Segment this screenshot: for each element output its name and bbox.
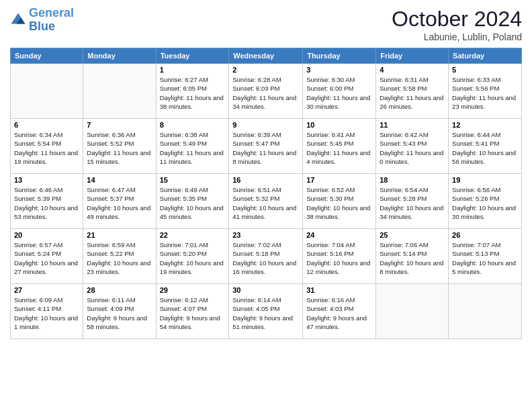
day-info: Sunrise: 7:01 AMSunset: 5:20 PMDaylight:… <box>160 240 226 276</box>
day-info: Sunrise: 6:36 AMSunset: 5:52 PMDaylight:… <box>87 130 152 166</box>
day-number: 14 <box>87 176 152 184</box>
day-info: Sunrise: 6:28 AMSunset: 6:03 PMDaylight:… <box>232 75 299 111</box>
day-info: Sunrise: 6:16 AMSunset: 4:03 PMDaylight:… <box>306 295 372 331</box>
day-info: Sunrise: 7:02 AMSunset: 5:18 PMDaylight:… <box>232 240 299 276</box>
day-number: 25 <box>380 231 445 239</box>
day-info: Sunrise: 6:09 AMSunset: 4:11 PMDaylight:… <box>14 295 79 331</box>
calendar-cell: 1Sunrise: 6:27 AMSunset: 6:05 PMDaylight… <box>156 64 229 119</box>
day-info: Sunrise: 6:34 AMSunset: 5:54 PMDaylight:… <box>14 130 79 166</box>
calendar-cell: 8Sunrise: 6:38 AMSunset: 5:49 PMDaylight… <box>156 119 229 174</box>
day-info: Sunrise: 6:57 AMSunset: 5:24 PMDaylight:… <box>14 240 79 276</box>
day-number: 6 <box>14 121 79 129</box>
day-info: Sunrise: 6:14 AMSunset: 4:05 PMDaylight:… <box>232 295 299 331</box>
day-number: 31 <box>306 286 372 294</box>
calendar-cell <box>376 284 449 339</box>
calendar-cell: 9Sunrise: 6:39 AMSunset: 5:47 PMDaylight… <box>229 119 303 174</box>
day-number: 7 <box>87 121 152 129</box>
weekday-header-sunday: Sunday <box>11 48 83 64</box>
day-number: 12 <box>452 121 518 129</box>
calendar-cell: 25Sunrise: 7:06 AMSunset: 5:14 PMDayligh… <box>376 229 449 284</box>
logo-icon <box>10 12 26 28</box>
day-number: 18 <box>380 176 445 184</box>
calendar-cell <box>83 64 156 119</box>
day-info: Sunrise: 6:54 AMSunset: 5:28 PMDaylight:… <box>380 185 445 221</box>
logo: General Blue <box>10 7 74 34</box>
weekday-header-thursday: Thursday <box>303 48 376 64</box>
calendar-cell: 17Sunrise: 6:52 AMSunset: 5:30 PMDayligh… <box>303 174 376 229</box>
calendar-cell: 7Sunrise: 6:36 AMSunset: 5:52 PMDaylight… <box>83 119 156 174</box>
calendar-cell <box>449 284 522 339</box>
day-number: 1 <box>160 66 226 74</box>
day-number: 4 <box>380 66 445 74</box>
day-info: Sunrise: 6:49 AMSunset: 5:35 PMDaylight:… <box>160 185 226 221</box>
day-number: 5 <box>452 66 518 74</box>
calendar-cell: 3Sunrise: 6:30 AMSunset: 6:00 PMDaylight… <box>303 64 376 119</box>
day-info: Sunrise: 6:31 AMSunset: 5:58 PMDaylight:… <box>380 75 445 111</box>
calendar-cell: 31Sunrise: 6:16 AMSunset: 4:03 PMDayligh… <box>303 284 376 339</box>
day-info: Sunrise: 6:39 AMSunset: 5:47 PMDaylight:… <box>232 130 299 166</box>
calendar-cell: 4Sunrise: 6:31 AMSunset: 5:58 PMDaylight… <box>376 64 449 119</box>
day-info: Sunrise: 7:06 AMSunset: 5:14 PMDaylight:… <box>380 240 445 276</box>
day-number: 21 <box>87 231 152 239</box>
day-info: Sunrise: 6:56 AMSunset: 5:26 PMDaylight:… <box>452 185 518 221</box>
calendar-cell: 18Sunrise: 6:54 AMSunset: 5:28 PMDayligh… <box>376 174 449 229</box>
weekday-header-monday: Monday <box>83 48 156 64</box>
day-number: 8 <box>160 121 226 129</box>
location: Labunie, Lublin, Poland <box>392 32 522 42</box>
day-info: Sunrise: 7:04 AMSunset: 5:16 PMDaylight:… <box>306 240 372 276</box>
day-number: 27 <box>14 286 79 294</box>
calendar-cell: 13Sunrise: 6:46 AMSunset: 5:39 PMDayligh… <box>11 174 83 229</box>
weekday-header-friday: Friday <box>376 48 449 64</box>
day-info: Sunrise: 6:33 AMSunset: 5:56 PMDaylight:… <box>452 75 518 111</box>
day-number: 29 <box>160 286 226 294</box>
day-number: 9 <box>232 121 299 129</box>
weekday-header-wednesday: Wednesday <box>229 48 303 64</box>
day-number: 16 <box>232 176 299 184</box>
day-number: 3 <box>306 66 372 74</box>
calendar-cell: 12Sunrise: 6:44 AMSunset: 5:41 PMDayligh… <box>449 119 522 174</box>
calendar-cell: 19Sunrise: 6:56 AMSunset: 5:26 PMDayligh… <box>449 174 522 229</box>
calendar-cell: 23Sunrise: 7:02 AMSunset: 5:18 PMDayligh… <box>229 229 303 284</box>
day-info: Sunrise: 6:30 AMSunset: 6:00 PMDaylight:… <box>306 75 372 111</box>
day-number: 26 <box>452 231 518 239</box>
day-number: 17 <box>306 176 372 184</box>
day-number: 28 <box>87 286 152 294</box>
day-info: Sunrise: 6:46 AMSunset: 5:39 PMDaylight:… <box>14 185 79 221</box>
calendar-cell: 27Sunrise: 6:09 AMSunset: 4:11 PMDayligh… <box>11 284 83 339</box>
day-number: 24 <box>306 231 372 239</box>
calendar-cell: 2Sunrise: 6:28 AMSunset: 6:03 PMDaylight… <box>229 64 303 119</box>
calendar-cell <box>11 64 83 119</box>
day-info: Sunrise: 6:12 AMSunset: 4:07 PMDaylight:… <box>160 295 226 331</box>
calendar-cell: 14Sunrise: 6:47 AMSunset: 5:37 PMDayligh… <box>83 174 156 229</box>
calendar-cell: 26Sunrise: 7:07 AMSunset: 5:13 PMDayligh… <box>449 229 522 284</box>
calendar-cell: 15Sunrise: 6:49 AMSunset: 5:35 PMDayligh… <box>156 174 229 229</box>
weekday-header-tuesday: Tuesday <box>156 48 229 64</box>
day-info: Sunrise: 6:27 AMSunset: 6:05 PMDaylight:… <box>160 75 226 111</box>
day-info: Sunrise: 6:44 AMSunset: 5:41 PMDaylight:… <box>452 130 518 166</box>
day-info: Sunrise: 7:07 AMSunset: 5:13 PMDaylight:… <box>452 240 518 276</box>
calendar-cell: 29Sunrise: 6:12 AMSunset: 4:07 PMDayligh… <box>156 284 229 339</box>
calendar-cell: 5Sunrise: 6:33 AMSunset: 5:56 PMDaylight… <box>449 64 522 119</box>
calendar-cell: 20Sunrise: 6:57 AMSunset: 5:24 PMDayligh… <box>11 229 83 284</box>
day-number: 11 <box>380 121 445 129</box>
day-number: 10 <box>306 121 372 129</box>
calendar: SundayMondayTuesdayWednesdayThursdayFrid… <box>10 48 522 339</box>
calendar-cell: 10Sunrise: 6:41 AMSunset: 5:45 PMDayligh… <box>303 119 376 174</box>
month-title: October 2024 <box>392 7 522 32</box>
calendar-cell: 16Sunrise: 6:51 AMSunset: 5:32 PMDayligh… <box>229 174 303 229</box>
day-info: Sunrise: 6:52 AMSunset: 5:30 PMDaylight:… <box>306 185 372 221</box>
day-number: 20 <box>14 231 79 239</box>
calendar-cell: 24Sunrise: 7:04 AMSunset: 5:16 PMDayligh… <box>303 229 376 284</box>
day-number: 13 <box>14 176 79 184</box>
day-info: Sunrise: 6:42 AMSunset: 5:43 PMDaylight:… <box>380 130 445 166</box>
day-number: 30 <box>232 286 299 294</box>
title-block: October 2024 Labunie, Lublin, Poland <box>392 7 522 42</box>
day-info: Sunrise: 6:51 AMSunset: 5:32 PMDaylight:… <box>232 185 299 221</box>
calendar-cell: 21Sunrise: 6:59 AMSunset: 5:22 PMDayligh… <box>83 229 156 284</box>
calendar-cell: 6Sunrise: 6:34 AMSunset: 5:54 PMDaylight… <box>11 119 83 174</box>
day-number: 23 <box>232 231 299 239</box>
day-info: Sunrise: 6:59 AMSunset: 5:22 PMDaylight:… <box>87 240 152 276</box>
calendar-cell: 30Sunrise: 6:14 AMSunset: 4:05 PMDayligh… <box>229 284 303 339</box>
day-number: 22 <box>160 231 226 239</box>
day-number: 19 <box>452 176 518 184</box>
